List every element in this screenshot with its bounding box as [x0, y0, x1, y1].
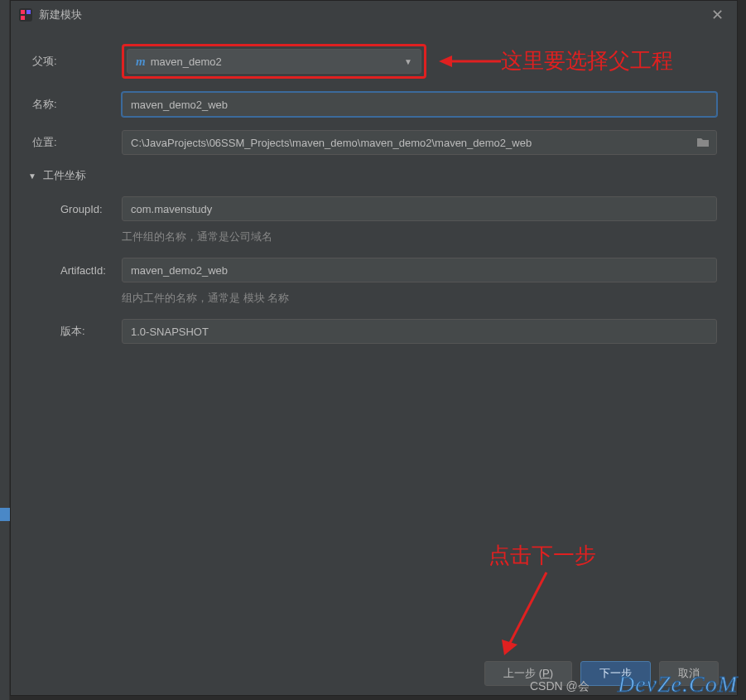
svg-rect-1	[21, 10, 25, 14]
watermark-text: CSDN @会	[530, 679, 590, 694]
parent-label: 父项:	[31, 54, 122, 69]
arrow-icon	[497, 568, 563, 659]
artifactid-field[interactable]	[131, 264, 708, 277]
groupid-hint: 工件组的名称，通常是公司域名	[122, 229, 717, 244]
intellij-icon	[19, 8, 32, 22]
svg-line-6	[509, 572, 546, 644]
svg-marker-5	[439, 56, 452, 67]
devze-watermark: DevZe.CoM	[618, 671, 738, 698]
name-input[interactable]	[122, 92, 717, 117]
artifactid-hint: 组内工件的名称，通常是 模块 名称	[122, 291, 717, 306]
annotation-parent: 这里要选择父工程	[501, 46, 673, 75]
name-label: 名称:	[31, 97, 122, 112]
version-input[interactable]	[122, 319, 717, 344]
groupid-field[interactable]	[131, 203, 708, 215]
chevron-down-icon: ▼	[404, 57, 412, 66]
parent-highlight-box: m maven_demo2 ▼	[122, 44, 426, 79]
version-label: 版本:	[59, 324, 122, 339]
artifact-coords-toggle[interactable]: ▼ 工件坐标	[28, 168, 717, 183]
name-field[interactable]	[131, 99, 708, 111]
chevron-down-icon: ▼	[28, 171, 36, 181]
artifact-coords-label: 工件坐标	[43, 168, 86, 183]
parent-value: maven_demo2	[151, 56, 222, 68]
svg-rect-2	[26, 10, 31, 14]
annotation-next: 点击下一步	[489, 541, 596, 570]
artifactid-input[interactable]	[122, 258, 717, 282]
artifactid-label: ArtifactId:	[59, 264, 122, 277]
version-field[interactable]	[131, 326, 708, 338]
maven-icon: m	[136, 55, 146, 69]
location-input[interactable]: C:\JavaProjects\06SSM_Projects\maven_dem…	[122, 130, 717, 155]
new-module-dialog: 新建模块 ✕ 父项: m maven_demo2 ▼ 名称: 位置:	[10, 0, 738, 696]
parent-select[interactable]: m maven_demo2 ▼	[127, 49, 421, 74]
window-title: 新建模块	[39, 7, 82, 22]
arrow-icon	[439, 51, 505, 71]
title-bar: 新建模块 ✕	[11, 1, 737, 29]
svg-rect-3	[21, 16, 25, 20]
folder-icon[interactable]	[696, 137, 710, 148]
close-icon[interactable]: ✕	[706, 6, 729, 24]
groupid-label: GroupId:	[59, 203, 122, 215]
location-label: 位置:	[31, 135, 122, 150]
location-value: C:\JavaProjects\06SSM_Projects\maven_dem…	[131, 137, 532, 149]
groupid-input[interactable]	[122, 196, 717, 221]
